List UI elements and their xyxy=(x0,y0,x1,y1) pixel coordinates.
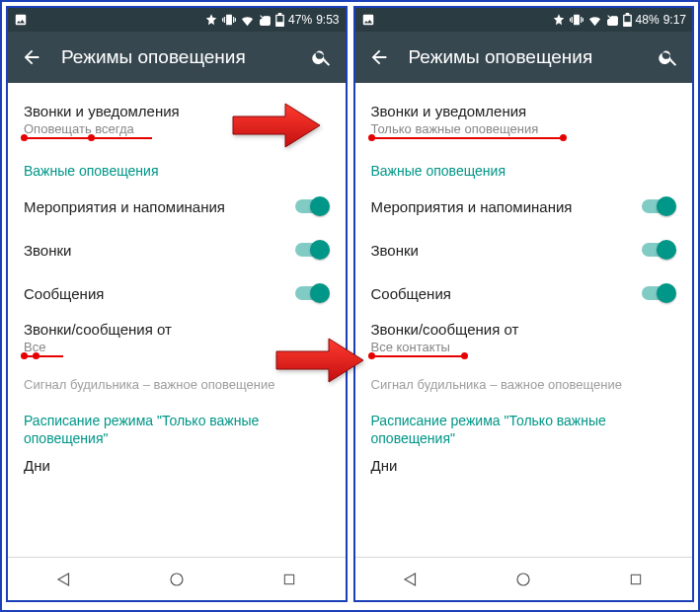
svg-rect-3 xyxy=(624,16,630,22)
from-item[interactable]: Звонки/сообщения от Все контакты xyxy=(371,315,677,367)
alarm-note: Сигнал будильника – важное оповещение xyxy=(371,367,677,398)
calls-row[interactable]: Звонки xyxy=(24,228,330,271)
section-important: Важные оповещения xyxy=(371,149,677,185)
section-schedule: Расписание режима "Только важные оповеще… xyxy=(24,398,330,453)
image-icon xyxy=(14,13,28,27)
search-button[interactable] xyxy=(657,45,680,69)
vibrate-icon xyxy=(222,13,236,27)
nav-bar xyxy=(8,557,346,600)
item-title: Дни xyxy=(24,457,330,474)
alarm-note: Сигнал будильника – важное оповещение xyxy=(24,367,330,398)
events-toggle[interactable] xyxy=(641,196,676,216)
item-sub: Оповещать всегда xyxy=(24,121,152,139)
nav-recent[interactable] xyxy=(279,570,299,589)
nav-home[interactable] xyxy=(167,570,187,589)
phone-right: 48% 9:17 Режимы оповещения Звонки и увед… xyxy=(353,6,695,602)
calls-row[interactable]: Звонки xyxy=(371,228,677,271)
page-title: Режимы оповещения xyxy=(61,46,292,68)
app-bar: Режимы оповещения xyxy=(355,32,693,83)
vibrate-icon xyxy=(570,13,583,27)
row-label: Сообщения xyxy=(24,285,104,302)
calls-toggle[interactable] xyxy=(641,240,676,260)
section-important: Важные оповещения xyxy=(24,149,330,185)
svg-point-1 xyxy=(171,574,183,585)
section-schedule: Расписание режима "Только важные оповеще… xyxy=(371,398,677,453)
events-row[interactable]: Мероприятия и напоминания xyxy=(371,185,677,228)
status-bar: 48% 9:17 xyxy=(355,8,693,32)
star-icon xyxy=(552,13,566,27)
events-toggle[interactable] xyxy=(294,196,330,216)
svg-rect-0 xyxy=(277,16,283,22)
row-label: Звонки xyxy=(24,242,71,259)
row-label: Мероприятия и напоминания xyxy=(371,198,573,215)
time: 9:17 xyxy=(663,13,686,27)
time: 9:53 xyxy=(316,13,339,27)
battery-percent: 48% xyxy=(636,13,660,27)
item-title: Звонки/сообщения от xyxy=(371,321,677,338)
nav-bar xyxy=(355,557,693,600)
row-label: Звонки xyxy=(371,242,419,259)
calls-toggle[interactable] xyxy=(294,240,330,260)
back-button[interactable] xyxy=(367,45,391,69)
svg-point-4 xyxy=(517,574,529,585)
battery-percent: 47% xyxy=(288,13,312,27)
messages-row[interactable]: Сообщения xyxy=(371,271,677,315)
image-icon xyxy=(361,13,375,27)
svg-rect-5 xyxy=(631,574,640,583)
calls-notifications-item[interactable]: Звонки и уведомления Только важные опове… xyxy=(371,93,677,149)
content: Звонки и уведомления Оповещать всегда Ва… xyxy=(8,83,346,557)
messages-toggle[interactable] xyxy=(641,283,676,303)
item-sub: Все xyxy=(24,340,63,357)
content: Звонки и уведомления Только важные опове… xyxy=(355,83,693,557)
phone-left: 47% 9:53 Режимы оповещения Звонки и увед… xyxy=(6,6,348,602)
app-bar: Режимы оповещения xyxy=(8,32,346,83)
messages-row[interactable]: Сообщения xyxy=(24,271,330,315)
messages-toggle[interactable] xyxy=(294,283,330,303)
item-title: Звонки и уведомления xyxy=(24,103,330,119)
item-title: Звонки и уведомления xyxy=(371,103,677,119)
page-title: Режимы оповещения xyxy=(409,46,640,68)
battery-icon xyxy=(275,13,284,27)
item-sub: Все контакты xyxy=(371,340,465,357)
status-bar: 47% 9:53 xyxy=(8,8,346,32)
days-item[interactable]: Дни xyxy=(371,453,677,484)
item-sub: Только важные оповещения xyxy=(371,121,564,139)
search-button[interactable] xyxy=(310,45,334,69)
no-sim-icon xyxy=(606,14,619,27)
nav-back[interactable] xyxy=(401,570,421,589)
item-title: Дни xyxy=(371,457,677,474)
wifi-icon xyxy=(240,13,255,28)
days-item[interactable]: Дни xyxy=(24,453,330,484)
row-label: Сообщения xyxy=(371,285,451,302)
nav-back[interactable] xyxy=(54,570,74,589)
nav-home[interactable] xyxy=(513,570,533,589)
nav-recent[interactable] xyxy=(626,570,646,589)
from-item[interactable]: Звонки/сообщения от Все xyxy=(24,315,330,367)
calls-notifications-item[interactable]: Звонки и уведомления Оповещать всегда xyxy=(24,93,330,149)
svg-rect-2 xyxy=(284,574,293,583)
item-title: Звонки/сообщения от xyxy=(24,321,330,338)
wifi-icon xyxy=(587,13,602,28)
no-sim-icon xyxy=(259,14,272,27)
events-row[interactable]: Мероприятия и напоминания xyxy=(24,185,330,228)
row-label: Мероприятия и напоминания xyxy=(24,198,225,215)
back-button[interactable] xyxy=(20,45,43,69)
star-icon xyxy=(204,13,218,27)
battery-icon xyxy=(623,13,632,27)
